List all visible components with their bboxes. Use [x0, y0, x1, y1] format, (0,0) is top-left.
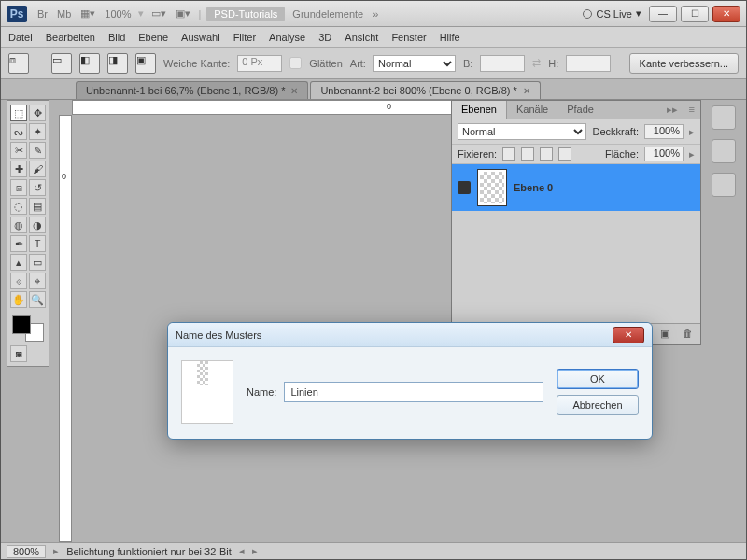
zoom-tool-icon[interactable]: 🔍: [29, 291, 46, 308]
visibility-eye-icon[interactable]: [458, 181, 471, 194]
workspace-grundelemente[interactable]: Grundelemente: [292, 8, 363, 20]
view-extras-icon[interactable]: ▭▾: [151, 7, 166, 20]
3d-cam-icon[interactable]: ⌖: [29, 273, 46, 289]
bridge-chip[interactable]: Br: [37, 8, 48, 20]
pattern-name-dialog: Name des Musters ✕ Name: OK Abbrechen: [167, 322, 653, 440]
marquee-add-icon[interactable]: ◧: [79, 53, 100, 74]
minimize-button[interactable]: —: [649, 6, 677, 22]
lock-trans-icon[interactable]: [502, 147, 515, 161]
marquee-rect-icon[interactable]: ▭: [51, 53, 72, 74]
dialog-close-button[interactable]: ✕: [613, 327, 644, 343]
type-tool-icon[interactable]: T: [29, 235, 46, 252]
lasso-tool-icon[interactable]: ᔓ: [10, 123, 27, 140]
ok-button[interactable]: OK: [557, 369, 639, 389]
shape-tool-icon[interactable]: ▭: [29, 254, 46, 271]
eyedropper-tool-icon[interactable]: ✎: [29, 142, 46, 159]
layer-name[interactable]: Ebene 0: [514, 182, 553, 193]
tab-pfade[interactable]: Pfade: [557, 101, 603, 119]
minibridge-chip[interactable]: Mb: [57, 8, 71, 20]
close-button[interactable]: ✕: [712, 6, 740, 22]
color-panel-icon[interactable]: [712, 139, 736, 163]
menu-hilfe[interactable]: Hilfe: [440, 32, 460, 43]
maximize-button[interactable]: ☐: [681, 6, 709, 22]
chevron-right-icon[interactable]: ▸: [689, 126, 695, 138]
move-tool-icon[interactable]: ✥: [29, 105, 46, 121]
pattern-preview: [181, 360, 233, 424]
tool-preset-icon[interactable]: ⧈: [8, 53, 29, 74]
workspace-psdtutorials[interactable]: PSD-Tutorials: [206, 7, 285, 21]
stamp-tool-icon[interactable]: ⧇: [10, 179, 27, 196]
cs-live[interactable]: CS Live ▾: [583, 7, 641, 20]
chevron-right-icon[interactable]: ▸: [252, 545, 258, 557]
dialog-titlebar[interactable]: Name des Musters ✕: [168, 323, 652, 347]
3d-tool-icon[interactable]: ⟐: [10, 273, 27, 289]
brush-tool-icon[interactable]: 🖌: [29, 161, 46, 177]
fill-field[interactable]: 100%: [644, 147, 684, 161]
menu-3d[interactable]: 3D: [318, 32, 331, 43]
panel-collapse-icon[interactable]: ▸▸: [661, 101, 684, 119]
refine-edge-button[interactable]: Kante verbessern...: [629, 53, 739, 74]
history-brush-icon[interactable]: ↺: [29, 179, 46, 196]
path-select-icon[interactable]: ▴: [10, 254, 27, 271]
lock-pos-icon[interactable]: [540, 147, 553, 161]
eraser-tool-icon[interactable]: ◌: [10, 198, 27, 215]
chevron-right-icon[interactable]: ▸: [689, 148, 695, 161]
marquee-tool-icon[interactable]: ⬚: [10, 105, 27, 121]
hand-tool-icon[interactable]: ✋: [10, 291, 27, 308]
lock-pixels-icon[interactable]: [521, 147, 534, 161]
status-zoom[interactable]: 800%: [7, 545, 46, 558]
menu-datei[interactable]: Datei: [8, 32, 33, 43]
lock-all-icon[interactable]: [558, 147, 571, 161]
screen-mode-icon[interactable]: ▣▾: [176, 7, 190, 20]
tab-ebenen[interactable]: Ebenen: [452, 101, 507, 119]
feather-field[interactable]: 0 Px: [237, 55, 282, 72]
blend-mode-select[interactable]: Normal: [458, 123, 586, 140]
gradient-tool-icon[interactable]: ▤: [29, 198, 46, 215]
trash-icon[interactable]: 🗑: [680, 328, 695, 341]
menu-ebene[interactable]: Ebene: [138, 32, 168, 43]
marquee-int-icon[interactable]: ▣: [135, 53, 156, 74]
menu-ansicht[interactable]: Ansicht: [345, 32, 378, 43]
close-tab-icon[interactable]: ✕: [290, 86, 298, 96]
menu-auswahl[interactable]: Auswahl: [181, 32, 220, 43]
marquee-sub-icon[interactable]: ◨: [107, 53, 128, 74]
menu-fenster[interactable]: Fenster: [391, 32, 426, 43]
antialias-checkbox: [289, 57, 302, 69]
workspace-more[interactable]: »: [373, 8, 378, 20]
cancel-button[interactable]: Abbrechen: [557, 395, 639, 415]
menu-bild[interactable]: Bild: [108, 32, 125, 43]
close-tab-icon[interactable]: ✕: [523, 86, 530, 96]
menu-bearbeiten[interactable]: Bearbeiten: [46, 32, 95, 43]
document-tab[interactable]: Unbenannt-2 bei 800% (Ebene 0, RGB/8) * …: [310, 81, 540, 99]
swatches-panel-icon[interactable]: [712, 105, 736, 130]
fg-color-swatch[interactable]: [12, 315, 31, 334]
quickmask-icon[interactable]: ◙: [10, 345, 27, 362]
color-swatches[interactable]: [10, 314, 46, 343]
zoom-level[interactable]: 100%: [105, 8, 131, 20]
pen-tool-icon[interactable]: ✒: [10, 235, 27, 252]
menu-filter[interactable]: Filter: [233, 32, 256, 43]
menu-analyse[interactable]: Analyse: [269, 32, 305, 43]
chevron-right-icon[interactable]: ▸: [53, 545, 59, 557]
wand-tool-icon[interactable]: ✦: [29, 123, 46, 140]
separator: |: [198, 8, 201, 20]
ruler-vertical[interactable]: 0: [59, 115, 72, 542]
pattern-name-input[interactable]: [284, 382, 543, 402]
new-layer-icon[interactable]: ▣: [657, 328, 672, 341]
cslive-dot-icon: [583, 9, 592, 19]
opacity-field[interactable]: 100%: [644, 124, 684, 139]
layer-thumbnail[interactable]: [478, 170, 506, 205]
doc-arrange-icon[interactable]: ▦▾: [80, 7, 95, 20]
style-select[interactable]: Normal: [374, 55, 456, 72]
menu-bar: Datei Bearbeiten Bild Ebene Auswahl Filt…: [1, 27, 746, 48]
layer-row[interactable]: Ebene 0: [452, 164, 700, 211]
document-tab[interactable]: Unbenannt-1 bei 66,7% (Ebene 1, RGB/8) *…: [76, 81, 308, 99]
dodge-tool-icon[interactable]: ◑: [29, 217, 46, 233]
heal-tool-icon[interactable]: ✚: [10, 161, 27, 177]
tab-kanaele[interactable]: Kanäle: [507, 101, 557, 119]
panel-menu-icon[interactable]: ≡: [684, 101, 700, 119]
blur-tool-icon[interactable]: ◍: [10, 217, 27, 233]
adjustments-panel-icon[interactable]: [712, 173, 736, 197]
crop-tool-icon[interactable]: ✂: [10, 142, 27, 159]
chevron-left-icon[interactable]: ◂: [239, 545, 245, 557]
